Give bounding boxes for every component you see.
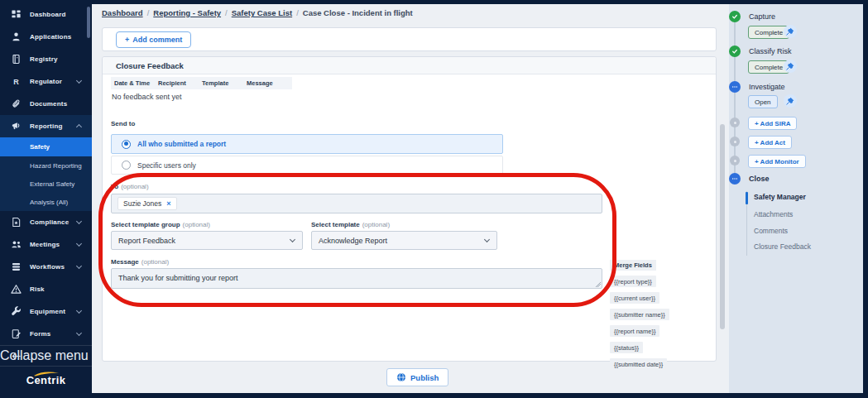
step-label-close[interactable]: Close: [749, 175, 770, 183]
sidebar-item-documents[interactable]: Documents: [0, 93, 92, 115]
sidebar-item-compliance[interactable]: Compliance: [0, 211, 92, 233]
breadcrumb-reporting-safety[interactable]: Reporting - Safety: [153, 8, 221, 17]
close-nav-comments[interactable]: Comments: [754, 227, 788, 235]
breadcrumb-dashboard[interactable]: Dashboard: [102, 8, 143, 17]
form-pencil-icon: [11, 328, 22, 339]
collapse-arrow-icon: [11, 351, 22, 362]
radio-button-selected[interactable]: [122, 140, 131, 149]
sidebar-item-applications[interactable]: Applications: [0, 26, 92, 48]
send-to-label: Send to: [111, 120, 135, 127]
radio-specific-users[interactable]: Specific users only: [111, 156, 503, 175]
sidebar-item-analysis-all[interactable]: Analysis (All): [0, 193, 92, 211]
step-pending-icon: [730, 156, 740, 165]
megaphone-icon: [11, 121, 22, 132]
sidebar-item-safety[interactable]: Safety: [0, 137, 92, 156]
panel-header: Closure Feedback: [103, 57, 716, 74]
centrik-logo: Centrik: [0, 370, 92, 386]
template-select[interactable]: Acknowledge Report: [311, 231, 497, 250]
collapse-menu-button[interactable]: Collapse menu: [0, 345, 92, 367]
column-header-recipient: Recipient: [158, 79, 186, 87]
add-sira-button[interactable]: + Add SIRA: [748, 117, 797, 130]
active-section-indicator: [746, 192, 748, 204]
merge-field-current-user[interactable]: {{current user}}: [610, 292, 659, 304]
paperclip-icon: [11, 98, 22, 109]
applications-icon: [11, 31, 22, 42]
merge-field-report-type[interactable]: {{report type}}: [610, 276, 656, 287]
close-nav-attachments[interactable]: Attachments: [754, 210, 793, 218]
step-complete-icon: [729, 46, 741, 57]
message-textarea[interactable]: Thank you for submitting your report: [111, 268, 602, 289]
step-pending-icon: [730, 137, 740, 146]
sidebar-item-registry[interactable]: Registry: [0, 48, 92, 70]
step-complete-icon: [729, 11, 741, 22]
recipient-chip[interactable]: Suzie Jones ×: [117, 197, 177, 210]
breadcrumb-safety-case-list[interactable]: Safety Case List: [232, 8, 292, 17]
sidebar-item-equipment[interactable]: Equipment: [0, 300, 92, 323]
pin-icon[interactable]: [784, 94, 797, 108]
breadcrumb-separator: /: [225, 8, 228, 17]
close-nav-safety-manager[interactable]: Safety Manager: [754, 193, 806, 201]
breadcrumb-current-page: Case Close - Incident in flight: [303, 8, 413, 17]
step-in-progress-icon: [729, 81, 741, 93]
radio-all-who-submitted[interactable]: All who submitted a report: [111, 134, 503, 154]
breadcrumb-separator: /: [296, 8, 299, 17]
step-in-progress-icon: [729, 173, 741, 185]
main-scrollbar[interactable]: [720, 124, 725, 329]
step-label-investigate[interactable]: Investigate: [749, 83, 785, 91]
chevron-down-icon: [76, 263, 82, 269]
add-monitor-button[interactable]: + Add Monitor: [748, 155, 806, 168]
step-label-capture[interactable]: Capture: [749, 12, 775, 21]
template-label: Select template(optional): [311, 221, 390, 228]
merge-field-submitter-name[interactable]: {{submitter name}}: [610, 309, 669, 320]
add-comment-button[interactable]: + Add comment: [116, 31, 191, 48]
sidebar-item-dashboard[interactable]: Dashboard: [0, 3, 92, 26]
sidebar: Dashboard Applications Registry R Regula…: [0, 0, 92, 398]
sidebar-item-meetings[interactable]: Meetings: [0, 233, 92, 256]
radio-button-unselected[interactable]: [122, 161, 131, 170]
people-icon: [11, 239, 22, 250]
remove-chip-icon[interactable]: ×: [166, 199, 170, 208]
step-label-classify-risk[interactable]: Classify Risk: [749, 47, 792, 55]
feedback-table-header: Date & Time Recipient Template Message: [111, 77, 292, 89]
sidebar-item-reporting[interactable]: Reporting: [0, 115, 92, 137]
message-label: Message(optional): [111, 258, 169, 266]
chevron-down-icon: [76, 241, 82, 247]
column-header-template: Template: [202, 79, 228, 87]
status-badge-investigate[interactable]: Open: [748, 95, 778, 108]
template-group-select[interactable]: Report Feedback: [111, 231, 303, 250]
compliance-icon: [11, 217, 22, 228]
breadcrumb: Dashboard/Reporting - Safety/Safety Case…: [102, 8, 413, 17]
sidebar-item-regulator[interactable]: R Regulator: [0, 70, 92, 93]
wrench-icon: [11, 306, 22, 317]
chevron-down-icon: [76, 330, 82, 336]
add-act-button[interactable]: + Add Act: [748, 136, 792, 149]
chevron-up-icon: [76, 124, 82, 130]
to-input[interactable]: Suzie Jones ×: [111, 194, 602, 213]
resize-handle[interactable]: [595, 281, 601, 287]
sidebar-item-forms[interactable]: Forms: [0, 323, 92, 345]
panel-title: Closure Feedback: [116, 61, 184, 70]
warning-triangle-icon: [11, 284, 22, 295]
sidebar-item-workflows[interactable]: Workflows: [0, 256, 92, 278]
closure-feedback-panel: Closure Feedback Date & Time Recipient T…: [102, 56, 717, 362]
merge-fields-list: Merge Fields {{report type}} {{current u…: [610, 260, 669, 370]
chevron-down-icon: [484, 236, 490, 242]
column-header-message: Message: [247, 79, 273, 87]
chevron-down-icon: [76, 78, 82, 84]
pin-icon[interactable]: [784, 60, 797, 73]
pin-icon[interactable]: [784, 25, 797, 38]
publish-button[interactable]: Publish: [386, 368, 448, 386]
column-header-date-time: Date & Time: [114, 79, 150, 87]
close-nav-closure-feedback[interactable]: Closure Feedback: [754, 242, 811, 251]
step-pending-icon: [730, 117, 740, 127]
sidebar-scrollbar[interactable]: [87, 7, 90, 38]
sidebar-item-hazard-reporting[interactable]: Hazard Reporting: [0, 156, 92, 175]
dashboard-icon: [11, 9, 22, 20]
sidebar-item-risk[interactable]: Risk: [0, 278, 92, 300]
plus-icon: +: [125, 36, 129, 44]
chevron-down-icon: [76, 218, 82, 224]
sidebar-item-external-safety[interactable]: External Safety: [0, 175, 92, 193]
merge-field-status[interactable]: {{status}}: [610, 342, 643, 353]
merge-field-submitted-date[interactable]: {{submitted date}}: [610, 358, 667, 370]
merge-field-report-name[interactable]: {{report name}}: [610, 325, 659, 337]
